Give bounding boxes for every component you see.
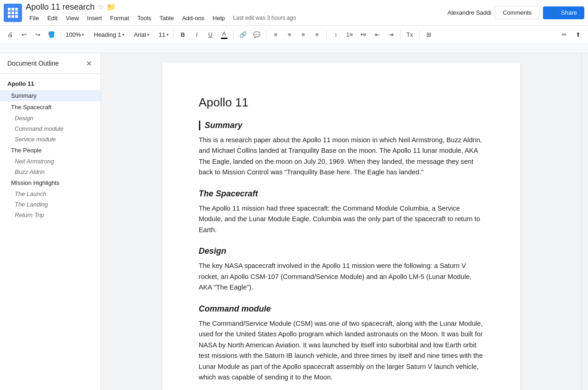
edit-mode-button[interactable]: ✏ — [558, 28, 571, 41]
outline-item-service-module[interactable]: Service module — [0, 134, 101, 145]
main-layout: Document Outline ✕ Apollo 11 Summary The… — [0, 53, 588, 390]
outline-item-command-module[interactable]: Command module — [0, 123, 101, 134]
document-outline-sidebar: Document Outline ✕ Apollo 11 Summary The… — [0, 53, 101, 390]
font-chevron: ▾ — [147, 32, 149, 37]
section-body-design: The key NASA spacecraft involved in the … — [199, 261, 484, 293]
style-chevron: ▾ — [122, 32, 124, 37]
toolbar-sep-8 — [326, 30, 327, 39]
right-scrollbar[interactable] — [581, 53, 588, 390]
outline-item-the-people[interactable]: The People — [0, 145, 101, 156]
toolbar-sep-5 — [173, 30, 174, 39]
toolbar-sep-7 — [266, 30, 266, 39]
menu-insert[interactable]: Insert — [83, 13, 106, 23]
menu-tools[interactable]: Tools — [134, 13, 155, 23]
print-button[interactable]: 🖨 — [4, 28, 17, 41]
document-scroll-area[interactable]: Apollo 11 Summary This is a research pap… — [101, 53, 581, 390]
document-title: Apollo 11 — [199, 95, 484, 110]
toolbar: 🖨 ↩ ↪ 🪣 100% ▾ Heading 1 ▾ Arial ▾ 11 ▾ … — [0, 26, 588, 44]
size-chevron: ▾ — [166, 32, 169, 37]
zoom-select-wrap[interactable]: 100% ▾ — [64, 28, 86, 41]
last-edit: Last edit was 3 hours ago — [233, 15, 296, 21]
toolbar-sep-3 — [129, 30, 130, 39]
toolbar-sep-6 — [233, 30, 234, 39]
sidebar-header: Document Outline ✕ — [0, 53, 101, 74]
person-icon: 👤 — [550, 9, 558, 17]
line-spacing-button[interactable]: ↕ — [329, 28, 342, 41]
app-icon[interactable] — [4, 4, 22, 22]
top-right-actions: Alexandre Saddi Comments 👤 Share — [447, 6, 584, 19]
menu-addons[interactable]: Add-ons — [178, 13, 208, 23]
zoom-chevron: ▾ — [82, 32, 84, 37]
document-page: Apollo 11 Summary This is a research pap… — [162, 62, 520, 390]
user-name: Alexandre Saddi — [447, 9, 491, 16]
menu-format[interactable]: Format — [107, 13, 133, 23]
clear-format-button[interactable]: Tx — [403, 28, 416, 41]
text-color-button[interactable]: A — [218, 28, 231, 41]
menu-help[interactable]: Help — [209, 13, 229, 23]
outline-section: Apollo 11 Summary The Spacecraft Design … — [0, 74, 101, 224]
doc-info: Apollo 11 research ☆ 📁 File Edit View In… — [26, 2, 447, 23]
bold-button[interactable]: B — [176, 28, 189, 41]
toolbar-sep-9 — [400, 30, 401, 39]
comments-button[interactable]: Comments — [495, 6, 539, 19]
outline-item-mission-highlights[interactable]: MIssion Highlights — [0, 177, 101, 189]
section-heading-the-spacecraft: The Spacecraft — [199, 189, 484, 199]
paint-format-button[interactable]: 🪣 — [45, 28, 58, 41]
outline-item-the-spacecraft[interactable]: The Spacecraft — [0, 101, 101, 113]
align-right-button[interactable]: ≡ — [297, 28, 310, 41]
sidebar-close-button[interactable]: ✕ — [84, 59, 93, 68]
insert-table-button[interactable]: ⊞ — [422, 28, 435, 41]
section-body-command-module: The Command/Service Module (CSM) was one… — [199, 318, 484, 383]
comment-button[interactable]: 💬 — [250, 28, 263, 41]
menu-edit[interactable]: Edit — [44, 13, 61, 23]
section-heading-summary: Summary — [205, 121, 484, 130]
outline-item-the-landing[interactable]: The Landing — [0, 199, 101, 210]
toolbar-sep-4 — [154, 30, 154, 39]
doc-title[interactable]: Apollo 11 research — [26, 2, 95, 12]
section-heading-command-module: Command module — [199, 304, 484, 314]
link-button[interactable]: 🔗 — [237, 28, 249, 41]
outline-item-design[interactable]: Design — [0, 113, 101, 123]
size-select-wrap[interactable]: 11 ▾ — [157, 28, 170, 41]
outline-item-summary[interactable]: Summary — [0, 90, 101, 101]
italic-button[interactable]: I — [190, 28, 203, 41]
align-left-button[interactable]: ≡ — [269, 28, 282, 41]
menu-view[interactable]: View — [62, 13, 82, 23]
outline-item-buzz-aldrin[interactable]: Buzz Aldrin — [0, 167, 101, 177]
toolbar-sep-1 — [61, 30, 61, 39]
numbered-list-button[interactable]: 1≡ — [343, 28, 356, 41]
toolbar-sep-10 — [419, 30, 419, 39]
font-select-wrap[interactable]: Arial ▾ — [132, 28, 151, 41]
ruler — [0, 44, 588, 53]
sidebar-title: Document Outline — [7, 60, 59, 67]
menu-table[interactable]: Table — [156, 13, 177, 23]
undo-button[interactable]: ↩ — [17, 28, 30, 41]
outline-item-the-launch[interactable]: The Launch — [0, 189, 101, 199]
underline-button[interactable]: U — [204, 28, 217, 41]
redo-button[interactable]: ↪ — [31, 28, 44, 41]
align-justify-button[interactable]: ≡ — [311, 28, 323, 41]
outline-item-return-trip[interactable]: Return Trip — [0, 210, 101, 220]
align-center-button[interactable]: ≡ — [283, 28, 296, 41]
decrease-indent-button[interactable]: ⇤ — [371, 28, 384, 41]
top-bar: Apollo 11 research ☆ 📁 File Edit View In… — [0, 0, 588, 26]
folder-icon[interactable]: 📁 — [107, 3, 116, 11]
menu-bar: File Edit View Insert Format Tools Table… — [26, 13, 447, 23]
share-button[interactable]: 👤 Share — [543, 6, 584, 19]
menu-file[interactable]: File — [26, 13, 43, 23]
bulleted-list-button[interactable]: •≡ — [357, 28, 370, 41]
style-select-wrap[interactable]: Heading 1 ▾ — [92, 28, 126, 41]
outline-item-neil-armstrong[interactable]: Neil Armstrong — [0, 156, 101, 167]
section-heading-design: Design — [199, 246, 484, 256]
increase-indent-button[interactable]: ⇥ — [384, 28, 397, 41]
outline-item-apollo-11[interactable]: Apollo 11 — [0, 78, 101, 90]
star-icon[interactable]: ☆ — [97, 3, 104, 11]
section-body-summary: This is a research paper about the Apoll… — [199, 135, 484, 178]
toolbar-sep-2 — [89, 30, 89, 39]
section-body-the-spacecraft: The Apollo 11 mission had three spacecra… — [199, 203, 484, 235]
collapse-toolbar-button[interactable]: ⬆ — [571, 28, 584, 41]
